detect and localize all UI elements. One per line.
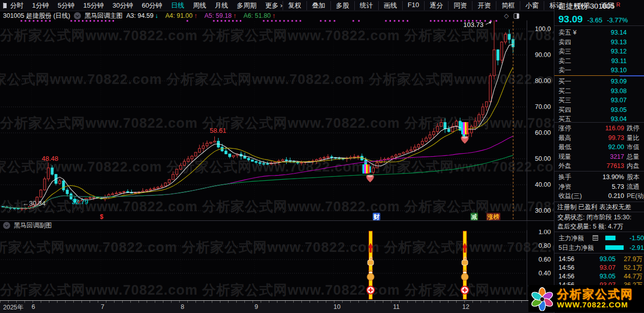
svg-text:50.00: 50.00 bbox=[535, 155, 551, 162]
stat-label: 最低 bbox=[558, 143, 571, 152]
event-tag-财[interactable]: 财 bbox=[373, 213, 380, 220]
trade-volume: 27.9万 bbox=[624, 254, 642, 264]
stat-row: 最高99.73量比 bbox=[554, 133, 644, 143]
buy-level-row[interactable]: 买四93.05 bbox=[554, 105, 644, 115]
panel-toggle-icon[interactable] bbox=[514, 13, 519, 19]
period-item-30分钟[interactable]: 30分钟 bbox=[113, 1, 133, 10]
quote-panel: 超捷股份 301005R 93.09-3.65-3.77% 卖五 ¥93.14卖… bbox=[554, 0, 644, 313]
indicator-value-label: A3: 94.59 bbox=[126, 12, 154, 19]
sell-level-row[interactable]: 卖一93.10 bbox=[554, 66, 644, 75]
menu-item-逐分[interactable]: 逐分 bbox=[424, 1, 448, 10]
menu-item-多股[interactable]: 多股 bbox=[330, 1, 354, 10]
main-net-row: 主力净额-1.50 bbox=[554, 234, 644, 243]
layout-toggle-icon[interactable] bbox=[3, 3, 4, 9]
sell-level-row[interactable]: 卖四93.13 bbox=[554, 38, 644, 47]
level-price[interactable]: 93.12 bbox=[611, 47, 627, 56]
time-axis[interactable]: 2025年 日 6789101112 bbox=[0, 300, 554, 313]
menu-item-返回[interactable]: 返回 bbox=[596, 1, 620, 10]
period-item-月线[interactable]: 月线 bbox=[215, 1, 228, 10]
chart-header: 301005 超捷股份 (日线) 黑马回调主图 A3: 94.59↓A4: 91… bbox=[0, 11, 554, 20]
stat-label: 净资 bbox=[558, 182, 571, 191]
stat-row: 涨停116.09跌停 bbox=[554, 124, 644, 133]
trade-price: 93.05 bbox=[586, 254, 615, 264]
menu-item-简框[interactable]: 简框 bbox=[496, 1, 520, 10]
period-item-多周期[interactable]: 多周期 bbox=[237, 1, 257, 10]
level-price[interactable]: 93.10 bbox=[611, 66, 627, 75]
stat-label-2: 跌停 bbox=[627, 124, 639, 133]
main-net-bar bbox=[605, 236, 615, 240]
price-annotation: ←30.34 bbox=[22, 200, 46, 207]
menu-item-叠加[interactable]: 叠加 bbox=[306, 1, 330, 10]
diamond-icon[interactable]: ◇ bbox=[504, 12, 509, 19]
level-price[interactable]: 93.09 bbox=[611, 77, 627, 86]
trade-volume: 44.7万 bbox=[624, 272, 642, 281]
period-item-15分钟[interactable]: 15分钟 bbox=[83, 1, 103, 10]
main-chart-canvas[interactable]: 100.090.0080.0070.0060.0050.0040.0030.00… bbox=[0, 0, 554, 313]
price-change-pct: -3.77% bbox=[607, 16, 628, 24]
menu-item-统计[interactable]: 统计 bbox=[354, 1, 378, 10]
menu-item-+自选[interactable]: +自选 bbox=[568, 1, 596, 10]
menu-item-开资[interactable]: 开资 bbox=[472, 1, 496, 10]
axis-month-label-7: 7 bbox=[101, 303, 104, 310]
subchart-title[interactable]: 黑马回调副图 bbox=[14, 221, 52, 230]
period-item-分时[interactable]: 分时 bbox=[10, 1, 23, 10]
buy-level-row[interactable]: 买一93.09 bbox=[554, 77, 644, 86]
level-price[interactable]: 93.05 bbox=[611, 105, 627, 115]
subchart-collapse-icon[interactable] bbox=[3, 222, 10, 229]
buy-level-row[interactable]: 买二93.08 bbox=[554, 87, 644, 96]
list-icon[interactable] bbox=[593, 235, 598, 241]
menu-item-F10[interactable]: F10 bbox=[402, 1, 424, 10]
menu-item-复权[interactable]: 复权 bbox=[283, 1, 306, 10]
price-change: -3.65 bbox=[587, 16, 603, 24]
stat-value: 5.73 bbox=[612, 182, 624, 191]
main-net-label: 主力净额 bbox=[558, 234, 584, 243]
indicator-value-5: A5: 59.18↑ bbox=[205, 12, 237, 19]
indicator-collapse-icon[interactable] bbox=[74, 12, 81, 19]
period-item-更多 ›[interactable]: 更多 › bbox=[265, 1, 283, 10]
axis-month-label-11: 11 bbox=[393, 303, 400, 310]
level-price[interactable]: 93.13 bbox=[611, 38, 627, 47]
svg-text:70.00: 70.00 bbox=[535, 103, 551, 110]
period-menu: 分时1分钟5分钟15分钟30分钟60分钟日线周线月线多周期更多 › bbox=[10, 1, 283, 10]
period-item-5分钟[interactable]: 5分钟 bbox=[58, 1, 74, 10]
level-price[interactable]: 93.07 bbox=[611, 96, 627, 105]
period-item-周线[interactable]: 周线 bbox=[193, 1, 206, 10]
main-net-value: -1.50 bbox=[630, 234, 644, 243]
level-label: 卖三 bbox=[558, 47, 571, 56]
sell-level-row[interactable]: 卖五 ¥93.14 bbox=[554, 28, 644, 37]
stat-row: 外盘77613内盘 bbox=[554, 161, 644, 170]
level-price[interactable]: 93.08 bbox=[611, 87, 627, 96]
event-tag-减[interactable]: 减 bbox=[470, 213, 478, 220]
sell-level-row[interactable]: 卖二93.11 bbox=[554, 56, 644, 66]
heart-signal-icon bbox=[367, 175, 374, 182]
level-price[interactable]: 93.14 bbox=[611, 28, 627, 37]
ma-line-10 bbox=[3, 67, 513, 208]
sell-level-row[interactable]: 卖三93.12 bbox=[554, 47, 644, 56]
menu-item-同资[interactable]: 同资 bbox=[448, 1, 472, 10]
period-item-1分钟[interactable]: 1分钟 bbox=[32, 1, 49, 10]
level-label: 卖一 bbox=[558, 66, 571, 75]
quote-price-row: 93.09-3.65-3.77% bbox=[558, 14, 628, 25]
stat-value: 92.00 bbox=[608, 143, 624, 152]
svg-text:财: 财 bbox=[373, 213, 380, 220]
stat-label-2: 总量 bbox=[627, 152, 639, 161]
stat-row: 现量3217总量 bbox=[554, 152, 644, 161]
indicator-title[interactable]: 黑马回调主图 bbox=[85, 12, 123, 20]
buy-level-row[interactable]: 买三93.07 bbox=[554, 96, 644, 105]
level-price[interactable]: 93.11 bbox=[611, 56, 627, 66]
level-label: 买二 bbox=[558, 87, 571, 96]
chart-corner-icons: ◇ bbox=[504, 12, 519, 19]
event-tag-$[interactable]: $ bbox=[100, 213, 103, 220]
menu-item-小窗[interactable]: 小窗 bbox=[520, 1, 544, 10]
trade-time: 14:56 bbox=[558, 272, 574, 281]
stat-label-2: 市值 bbox=[627, 143, 639, 152]
event-tag-涨榜[interactable]: 涨榜 bbox=[486, 213, 500, 220]
svg-text:0.40: 0.40 bbox=[539, 270, 551, 277]
price-annotation: 48.48 bbox=[42, 155, 59, 162]
period-item-日线[interactable]: 日线 bbox=[171, 1, 184, 10]
period-item-60分钟[interactable]: 60分钟 bbox=[142, 1, 162, 10]
stat-value: 99.73 bbox=[608, 133, 624, 143]
menu-item-画线[interactable]: 画线 bbox=[378, 1, 402, 10]
menu-item-标记[interactable]: 标记 bbox=[544, 1, 568, 10]
trading-status-line: 交易状态: 闭市阶段 15:30: bbox=[557, 213, 631, 222]
